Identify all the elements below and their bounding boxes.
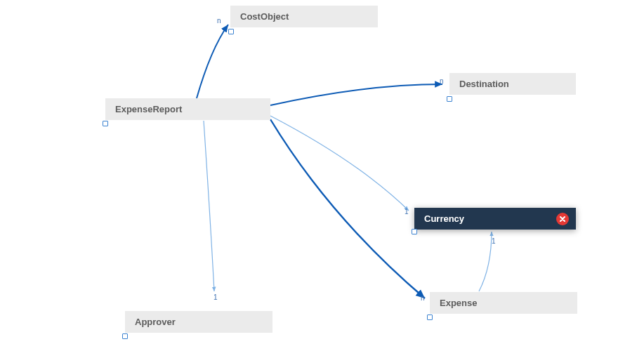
node-currency[interactable]: Currency: [414, 208, 576, 230]
diagram-canvas[interactable]: ExpenseReport CostObject Destination Cur…: [0, 0, 644, 351]
cardinality-expensereport-destination: n: [440, 77, 444, 85]
edge-expensereport-destination: [270, 84, 442, 105]
node-label: Destination: [459, 79, 509, 89]
node-label: Approver: [135, 317, 176, 327]
handle-currency[interactable]: [412, 229, 417, 234]
node-expense[interactable]: Expense: [430, 292, 577, 314]
handle-expensereport[interactable]: [103, 121, 108, 126]
cardinality-expense-currency: 1: [492, 237, 496, 245]
node-label: CostObject: [240, 11, 289, 22]
edge-expensereport-currency: [270, 116, 409, 211]
edge-expensereport-costobject: [197, 25, 228, 98]
cardinality-expensereport-approver: 1: [213, 293, 218, 301]
node-label: Currency: [424, 213, 464, 224]
node-destination[interactable]: Destination: [449, 73, 576, 95]
node-expensereport[interactable]: ExpenseReport: [105, 98, 270, 120]
handle-expense[interactable]: [427, 314, 433, 320]
node-label: ExpenseReport: [115, 104, 182, 114]
edge-expensereport-expense: [270, 119, 425, 298]
cardinality-expensereport-costobject: n: [217, 17, 221, 25]
handle-approver[interactable]: [122, 333, 128, 339]
cardinality-expensereport-currency: 1: [405, 208, 409, 216]
edge-expensereport-approver: [204, 121, 214, 291]
handle-destination[interactable]: [447, 96, 452, 102]
node-approver[interactable]: Approver: [125, 311, 272, 333]
close-icon[interactable]: [556, 213, 569, 225]
cardinality-expensereport-expense: n: [421, 294, 425, 302]
handle-costobject[interactable]: [228, 29, 234, 34]
node-label: Expense: [440, 298, 477, 308]
edge-expense-currency: [479, 232, 492, 291]
node-costobject[interactable]: CostObject: [230, 6, 378, 27]
